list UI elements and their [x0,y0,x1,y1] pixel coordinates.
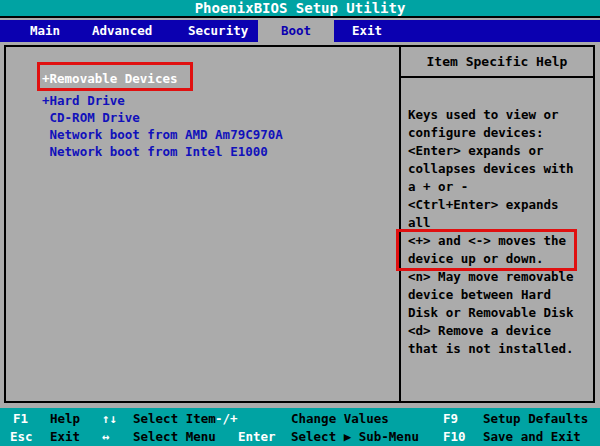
help-line: <Enter> expands or [408,142,588,160]
help-panel-title: Item Specific Help [401,47,593,78]
legend-key-updown-icon: ↑↓ [102,411,117,427]
legend-key-f9: F9 [443,411,458,427]
menu-item-main[interactable]: Main [30,23,60,40]
key-legend-bar: F1 Help ↑↓ Select Item -/+ Change Values… [0,408,600,446]
legend-key-minus-plus: -/+ [215,411,238,427]
panel-divider [399,45,401,403]
help-line: collapses devices with [408,160,588,178]
legend-label-exit: Exit [50,429,80,445]
help-line: a + or - [408,178,588,196]
legend-label-change-values: Change Values [291,411,389,427]
legend-label-select-item: Select Item [133,411,216,427]
legend-key-f1: F1 [13,411,28,427]
legend-key-f10: F10 [443,429,466,445]
menu-item-advanced[interactable]: Advanced [92,23,152,40]
help-line: configure devices: [408,124,588,142]
help-line: <Ctrl+Enter> expands [408,196,588,214]
boot-item-hard-drive[interactable]: +Hard Drive [42,93,125,110]
help-line: that is not installed. [408,340,588,358]
legend-label-save-and-exit: Save and Exit [483,429,581,445]
boot-item-cdrom-drive[interactable]: CD-ROM Drive [42,110,140,127]
main-panel: +Removable Devices +Hard Drive CD-ROM Dr… [0,42,600,408]
title-bar: PhoenixBIOS Setup Utility [0,0,600,18]
boot-item-network-intel[interactable]: Network boot from Intel E1000 [42,144,268,161]
annotation-box-selected-device [37,62,193,91]
app-title: PhoenixBIOS Setup Utility [195,0,406,16]
menu-item-security[interactable]: Security [188,23,248,40]
boot-item-network-amd[interactable]: Network boot from AMD Am79C970A [42,127,283,144]
legend-label-select-menu: Select Menu [133,429,216,445]
bios-setup-screen: PhoenixBIOS Setup Utility Main Advanced … [0,0,600,446]
help-line: Keys used to view or [408,106,588,124]
legend-key-enter: Enter [238,429,276,445]
legend-row-1: F1 Help ↑↓ Select Item -/+ Change Values… [0,411,600,428]
legend-key-leftright-icon: ↔ [102,429,110,445]
annotation-box-help-text [396,229,577,271]
legend-label-help: Help [50,411,80,427]
menu-item-exit[interactable]: Exit [352,23,382,40]
help-line: Disk or Removable Disk [408,304,588,322]
menu-bar: Main Advanced Security Boot Exit [0,20,600,42]
legend-key-esc: Esc [10,429,33,445]
legend-label-setup-defaults: Setup Defaults [483,411,588,427]
menu-item-boot-active-tab[interactable]: Boot [258,20,334,42]
legend-row-2: Esc Exit ↔ Select Menu Enter Select ▶ Su… [0,429,600,446]
help-line: device between Hard [408,286,588,304]
help-line: <d> Remove a device [408,322,588,340]
legend-label-select-submenu: Select ▶ Sub-Menu [291,429,419,445]
